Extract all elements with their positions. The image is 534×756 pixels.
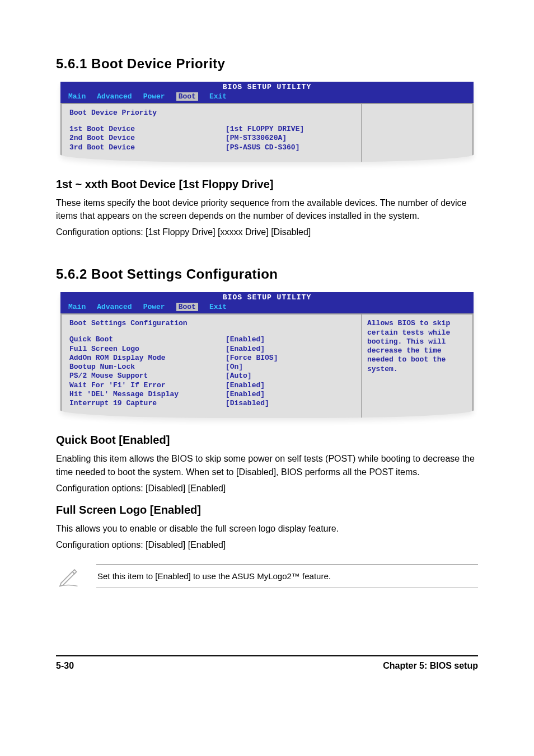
menu-advanced: Advanced xyxy=(97,303,132,311)
bios-title: BIOS SETUP UTILITY xyxy=(60,82,474,91)
row-label: 1st Boot Device xyxy=(69,125,226,134)
menu-advanced: Advanced xyxy=(97,92,132,101)
menu-exit: Exit xyxy=(209,92,227,101)
row-value: [PM-ST330620A] xyxy=(226,134,353,143)
menu-boot: Boot xyxy=(176,303,198,311)
bios-left-pane: Boot Device Priority 1st Boot Device[1st… xyxy=(60,103,362,162)
menu-main: Main xyxy=(68,92,86,101)
note-text: Set this item to [Enabled] to use the AS… xyxy=(97,571,331,581)
paragraph: These items specify the boot device prio… xyxy=(56,196,478,222)
row-label: Quick Boot xyxy=(69,335,226,344)
row-value: [1st FLOPPY DRIVE] xyxy=(226,125,353,134)
row-value: [PS-ASUS CD-S360] xyxy=(226,143,353,152)
note-callout: Set this item to [Enabled] to use the AS… xyxy=(56,564,478,588)
row-value: [Enabled] xyxy=(226,390,353,399)
page-footer: 5-30 Chapter 5: BIOS setup xyxy=(56,655,478,671)
heading-1st-xxth: 1st ~ xxth Boot Device [1st Floppy Drive… xyxy=(56,178,478,191)
bios-menubar: Main Advanced Power Boot Exit xyxy=(60,91,474,103)
bios-help-pane: Allows BIOS to skip certain tests while … xyxy=(362,313,474,418)
row-value: [Force BIOS] xyxy=(226,354,353,363)
bios-screenshot-boot-settings: BIOS SETUP UTILITY Main Advanced Power B… xyxy=(60,292,474,418)
paragraph: Enabling this item allows the BIOS to sk… xyxy=(56,452,478,478)
bios-section-title: Boot Settings Configuration xyxy=(69,319,353,327)
row-value: [Disabled] xyxy=(226,399,353,408)
paragraph: Configuration options: [Disabled] [Enabl… xyxy=(56,482,478,495)
heading-562: 5.6.2 Boot Settings Configuration xyxy=(56,266,478,282)
row-value: [Enabled] xyxy=(226,381,353,390)
row-label: Hit 'DEL' Message Display xyxy=(69,390,226,399)
bios-menubar: Main Advanced Power Boot Exit xyxy=(60,302,474,313)
bios-help-text: Allows BIOS to skip certain tests while … xyxy=(367,319,450,373)
page-number: 5-30 xyxy=(56,661,74,671)
menu-boot: Boot xyxy=(176,92,198,101)
row-label: 2nd Boot Device xyxy=(69,134,226,143)
row-label: Bootup Num-Lock xyxy=(69,363,226,372)
row-label: Wait For 'F1' If Error xyxy=(69,381,226,390)
bios-screenshot-boot-priority: BIOS SETUP UTILITY Main Advanced Power B… xyxy=(60,82,474,162)
paragraph: Configuration options: [Disabled] [Enabl… xyxy=(56,538,478,551)
row-value: [Enabled] xyxy=(226,335,353,344)
bios-left-pane: Boot Settings Configuration Quick Boot[E… xyxy=(60,313,362,418)
row-label: Interrupt 19 Capture xyxy=(69,399,226,408)
row-value: [On] xyxy=(226,363,353,372)
row-label: PS/2 Mouse Support xyxy=(69,372,226,381)
row-label: AddOn ROM Display Mode xyxy=(69,354,226,363)
paragraph: Configuration options: [1st Floppy Drive… xyxy=(56,226,478,238)
menu-power: Power xyxy=(143,303,165,311)
menu-power: Power xyxy=(143,92,165,101)
bios-title: BIOS SETUP UTILITY xyxy=(60,292,474,302)
bios-help-pane xyxy=(362,103,474,162)
paragraph: This allows you to enable or disable the… xyxy=(56,522,478,535)
menu-main: Main xyxy=(68,303,86,311)
row-label: 3rd Boot Device xyxy=(69,143,226,152)
heading-fullscreen: Full Screen Logo [Enabled] xyxy=(56,504,478,516)
row-value: [Auto] xyxy=(226,372,353,381)
heading-quickboot: Quick Boot [Enabled] xyxy=(56,434,478,447)
bios-section-title: Boot Device Priority xyxy=(69,109,353,117)
menu-exit: Exit xyxy=(209,303,227,311)
heading-561: 5.6.1 Boot Device Priority xyxy=(56,56,478,72)
row-label: Full Screen Logo xyxy=(69,345,226,354)
chapter-label: Chapter 5: BIOS setup xyxy=(383,661,478,671)
row-value: [Enabled] xyxy=(226,345,353,354)
pencil-note-icon xyxy=(56,564,81,588)
